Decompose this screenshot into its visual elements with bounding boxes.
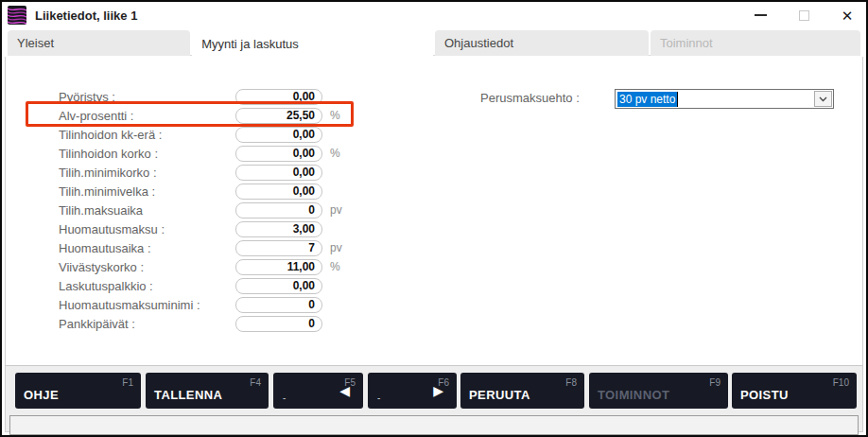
next-button[interactable]: - ▶ F6 — [368, 373, 457, 409]
button-label: OHJE — [24, 388, 59, 402]
field-label: Laskutuspalkkio : — [59, 279, 235, 293]
close-icon: ✕ — [842, 9, 854, 23]
form-row: Tilinhoidon kk-erä : 0,00 — [6, 125, 422, 144]
form-row-highlighted: Alv-prosentti : 25,50 % — [6, 106, 422, 125]
form-row: Huomautusmaksu : 3,00 — [6, 219, 422, 238]
field-label: Tilih.minimivelka : — [59, 184, 235, 199]
pankkipaivat-input[interactable]: 0 — [235, 316, 322, 332]
tab-yleiset[interactable]: Yleiset — [8, 30, 190, 56]
button-label: - — [283, 393, 286, 403]
minimize-icon — [755, 14, 767, 16]
field-label: Pankkipäivät : — [59, 317, 235, 331]
tab-label: Toiminnot — [660, 36, 713, 50]
alv-prosentti-input[interactable]: 25,50 — [235, 108, 322, 124]
field-label: Huomautusaika : — [59, 241, 235, 255]
field-label: Tilinhoidon korko : — [59, 147, 235, 161]
button-label: POISTU — [740, 388, 789, 402]
button-label: - — [377, 393, 380, 403]
tilih-maksuaika-input[interactable]: 0 — [235, 202, 322, 218]
tilinhoidon-kk-era-input[interactable]: 0,00 — [235, 127, 322, 143]
app-window: Liiketiedot, liike 1 ✕ Yleiset Myynti ja… — [0, 0, 868, 437]
laskutuspalkkio-input[interactable]: 0,00 — [235, 278, 322, 294]
titlebar: Liiketiedot, liike 1 ✕ — [2, 2, 866, 28]
field-label: Tilinhoidon kk-erä : — [59, 128, 235, 142]
form-row: Tilih.minimivelka : 0,00 — [6, 182, 422, 201]
tab-toiminnot: Toiminnot — [651, 30, 860, 56]
field-label: Huomautusmaksu : — [59, 222, 235, 236]
button-label: PERUUTA — [469, 388, 530, 402]
form-row: Laskutuspalkkio : 0,00 — [6, 276, 422, 295]
button-label: TOIMINNOT — [598, 388, 669, 402]
dropdown-arrow-button[interactable] — [814, 91, 832, 107]
perusmaksuehto-label: Perusmaksuehto : — [480, 91, 580, 105]
unit-label: pv — [330, 241, 349, 254]
fkey-label: F8 — [565, 377, 577, 388]
dropdown-selected-value: 30 pv netto — [617, 92, 678, 107]
peruuta-button[interactable]: PERUUTA F8 — [460, 373, 584, 409]
form-row: Pyöristys : 0,00 — [6, 87, 422, 106]
sales-form: Pyöristys : 0,00 Alv-prosentti : 25,50 %… — [6, 87, 422, 333]
content-area: Pyöristys : 0,00 Alv-prosentti : 25,50 %… — [6, 57, 862, 366]
fkey-label: F4 — [250, 377, 261, 388]
huomautusmaksuminimi-input[interactable]: 0 — [235, 297, 322, 313]
window-controls: ✕ — [753, 2, 855, 28]
minimize-button[interactable] — [753, 8, 768, 23]
unit-label: % — [330, 147, 349, 160]
field-label: Huomautusmaksuminimi : — [59, 298, 235, 312]
fkey-label: F6 — [438, 377, 449, 388]
poistu-button[interactable]: POISTU F10 — [732, 373, 857, 409]
unit-label: % — [330, 260, 349, 273]
tab-bar: Yleiset Myynti ja laskutus Ohjaustiedot … — [8, 30, 860, 56]
fkey-label: F5 — [344, 377, 356, 388]
tallenna-button[interactable]: TALLENNA F4 — [146, 373, 269, 409]
form-row: Huomautusaika : 7 pv — [6, 238, 422, 257]
field-label: Viivästyskorko : — [59, 260, 235, 274]
huomautusaika-input[interactable]: 7 — [235, 240, 322, 256]
huomautusmaksu-input[interactable]: 3,00 — [235, 221, 322, 237]
tab-label: Ohjaustiedot — [444, 36, 513, 50]
status-bar — [9, 415, 859, 435]
ohje-button[interactable]: OHJE F1 — [15, 373, 141, 409]
chevron-down-icon — [819, 96, 827, 102]
window-body: Pyöristys : 0,00 Alv-prosentti : 25,50 %… — [5, 57, 863, 432]
viivastyskorko-input[interactable]: 11,00 — [235, 259, 322, 275]
window-title: Liiketiedot, liike 1 — [35, 9, 137, 23]
fkey-label: F1 — [122, 377, 133, 388]
form-row: Tilih.maksuaika 0 pv — [6, 201, 422, 219]
field-label: Pyöristys : — [59, 90, 235, 104]
maximize-icon — [799, 10, 809, 21]
button-label: TALLENNA — [154, 388, 222, 402]
tilih-minimikorko-input[interactable]: 0,00 — [235, 165, 322, 181]
unit-label: % — [330, 109, 349, 122]
fkey-label: F10 — [833, 377, 849, 388]
tab-ohjaustiedot[interactable]: Ohjaustiedot — [435, 30, 649, 56]
perusmaksuehto-dropdown[interactable]: 30 pv netto — [615, 89, 834, 109]
fkey-label: F9 — [709, 377, 720, 388]
tilih-minimivelka-input[interactable]: 0,00 — [235, 184, 322, 200]
tab-myynti-ja-laskutus[interactable]: Myynti ja laskutus — [192, 30, 433, 57]
pyoristys-input[interactable]: 0,00 — [235, 89, 322, 105]
form-row: Viivästyskorko : 11,00 % — [6, 257, 422, 276]
tab-label: Yleiset — [17, 36, 54, 50]
maximize-button[interactable] — [796, 8, 811, 23]
unit-label: pv — [330, 203, 349, 217]
close-button[interactable]: ✕ — [840, 8, 855, 23]
field-label: Tilih.maksuaika — [59, 203, 235, 218]
form-row: Tilinhoidon korko : 0,00 % — [6, 144, 422, 163]
toiminnot-button: TOIMINNOT F9 — [589, 373, 728, 409]
previous-button[interactable]: - ◀ F5 — [273, 373, 363, 409]
tab-label: Myynti ja laskutus — [201, 37, 299, 51]
field-label: Tilih.minimikorko : — [59, 166, 235, 180]
form-row: Tilih.minimikorko : 0,00 — [6, 163, 422, 182]
form-row: Huomautusmaksuminimi : 0 — [6, 295, 422, 314]
field-label: Alv-prosentti : — [59, 109, 235, 123]
form-row: Pankkipäivät : 0 — [6, 314, 422, 333]
app-logo-icon — [8, 6, 26, 25]
tilinhoidon-korko-input[interactable]: 0,00 — [235, 146, 322, 162]
